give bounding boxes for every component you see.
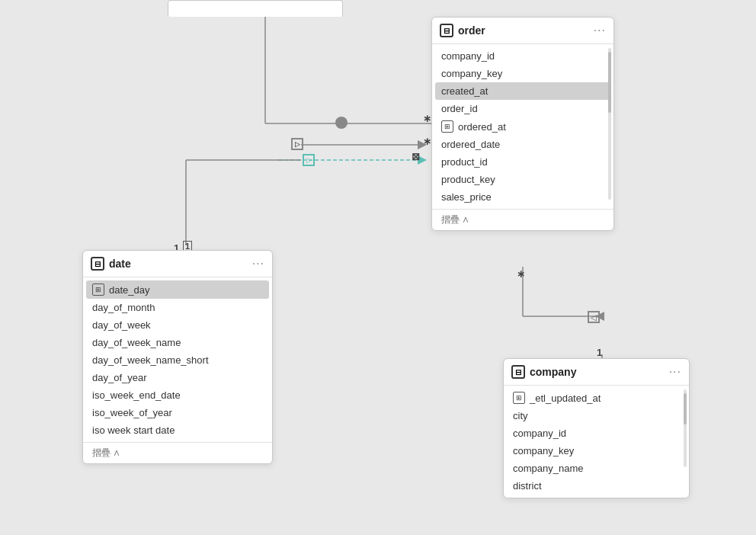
order-field-ordered-date[interactable]: ordered_date (432, 136, 613, 153)
company-field-etl-updated-at-label: _etl_updated_at (530, 392, 601, 404)
date-field-iso-week-end-date[interactable]: iso_week_end_date (83, 386, 272, 404)
date-field-iso-week-start-date-label: iso week start date (92, 424, 175, 436)
company-field-district[interactable]: district (504, 477, 689, 495)
date-field-day-of-week-label: day_of_week (92, 319, 151, 331)
order-field-product-key-label: product_key (441, 174, 495, 185)
table-date: ⊟ date ··· ⊞ date_day day_of_month day_o… (82, 250, 273, 464)
marker-one-company: 1 (597, 347, 602, 358)
date-collapse-label: 摺疊 ∧ (92, 447, 120, 460)
table-order: ⊟ order ··· company_id company_key creat… (431, 17, 614, 231)
date-field-iso-week-of-year[interactable]: iso_week_of_year (83, 404, 272, 421)
date-field-day-of-year-label: day_of_year (92, 372, 147, 383)
order-scrollbar-thumb (608, 52, 611, 113)
table-company: ⊟ company ··· ⊞ _etl_updated_at city com… (503, 358, 690, 498)
order-field-product-key[interactable]: product_key (432, 171, 613, 188)
date-field-iso-week-start-date[interactable]: iso week start date (83, 421, 272, 439)
order-collapse-button[interactable]: 摺疊 ∧ (432, 209, 613, 230)
date-field-day-of-week[interactable]: day_of_week (83, 316, 272, 334)
table-order-header: ⊟ order ··· (432, 18, 613, 44)
date-field-iso-week-of-year-label: iso_week_of_year (92, 407, 172, 418)
order-field-product-id-label: product_id (441, 156, 488, 168)
order-field-sales-price[interactable]: sales_price (432, 188, 613, 206)
date-field-day-of-week-name[interactable]: day_of_week_name (83, 334, 272, 351)
date-field-iso-week-end-date-label: iso_week_end_date (92, 389, 181, 401)
company-table-icon: ⊟ (511, 365, 525, 379)
company-field-city[interactable]: city (504, 407, 689, 424)
company-field-city-label: city (513, 410, 528, 421)
order-field-order-id[interactable]: order_id (432, 100, 613, 117)
date-table-menu[interactable]: ··· (252, 258, 264, 270)
order-field-sales-price-label: sales_price (441, 191, 492, 203)
connector-arrow-company: ◁ (588, 311, 600, 323)
date-field-day-of-week-name-label: day_of_week_name (92, 337, 181, 348)
date-table-title: date (109, 258, 248, 270)
etl-updated-at-icon: ⊞ (513, 392, 525, 404)
order-field-ordered-at-label: ordered_at (458, 121, 506, 133)
order-field-order-id-label: order_id (441, 103, 478, 114)
date-field-day-of-year[interactable]: day_of_year (83, 369, 272, 386)
date-field-day-of-week-name-short-label: day_of_week_name_short (92, 354, 209, 366)
order-table-menu[interactable]: ··· (594, 24, 606, 37)
company-field-company-key[interactable]: company_key (504, 442, 689, 460)
company-table-menu[interactable]: ··· (669, 366, 681, 378)
order-field-company-key-label: company_key (441, 68, 502, 79)
order-field-created-at-label: created_at (441, 85, 488, 97)
date-field-date-day-label: date_day (109, 284, 150, 296)
order-field-ordered-date-label: ordered_date (441, 139, 500, 150)
diagram-canvas: ▷ ▷ ∗ ∗ ⊠ 1 1 ∗ 1 ◁ ⊟ order ··· company_… (0, 0, 756, 535)
connector-node-2: ▷ (291, 138, 303, 150)
order-field-created-at[interactable]: created_at (435, 82, 610, 100)
company-table-title: company (530, 366, 665, 378)
date-field-day-of-month[interactable]: day_of_month (83, 299, 272, 316)
order-collapse-label: 摺疊 ∧ (441, 213, 469, 226)
ordered-at-icon: ⊞ (441, 120, 453, 133)
connector-node-1 (335, 117, 348, 129)
date-field-day-of-month-label: day_of_month (92, 302, 155, 313)
company-field-company-id[interactable]: company_id (504, 424, 689, 442)
company-field-company-key-label: company_key (513, 445, 574, 457)
company-field-company-name-label: company_name (513, 463, 584, 474)
order-field-company-id-label: company_id (441, 50, 495, 62)
company-field-etl-updated-at[interactable]: ⊞ _etl_updated_at (504, 389, 689, 407)
order-table-icon: ⊟ (440, 24, 453, 37)
marker-asterisk-company: ∗ (517, 268, 525, 280)
order-scrollbar[interactable] (608, 48, 611, 200)
order-field-company-key[interactable]: company_key (432, 65, 613, 82)
table-date-header: ⊟ date ··· (83, 251, 272, 277)
marker-asterisk-2: ∗ (423, 136, 431, 147)
date-table-fields: ⊞ date_day day_of_month day_of_week day_… (83, 277, 272, 442)
date-field-day-of-week-name-short[interactable]: day_of_week_name_short (83, 351, 272, 369)
order-field-ordered-at[interactable]: ⊞ ordered_at (432, 117, 613, 136)
company-scrollbar-thumb (684, 393, 687, 424)
marker-box-asterisk: ⊠ (412, 151, 420, 162)
order-table-fields: company_id company_key created_at order_… (432, 44, 613, 209)
table-company-header: ⊟ company ··· (504, 359, 689, 386)
partial-table-top (168, 0, 343, 17)
company-field-company-id-label: company_id (513, 428, 566, 439)
company-field-company-name[interactable]: company_name (504, 460, 689, 477)
date-field-date-day[interactable]: ⊞ date_day (86, 280, 269, 299)
order-field-product-id[interactable]: product_id (432, 153, 613, 171)
marker-asterisk-created-at: ∗ (423, 113, 431, 124)
company-field-district-label: district (513, 480, 542, 492)
order-field-company-id[interactable]: company_id (432, 47, 613, 65)
connector-node-3: ▷ (303, 154, 315, 166)
company-scrollbar[interactable] (684, 389, 687, 467)
company-table-fields: ⊞ _etl_updated_at city company_id compan… (504, 386, 689, 498)
order-table-title: order (458, 24, 589, 37)
date-table-icon: ⊟ (91, 257, 104, 271)
date-collapse-button[interactable]: 摺疊 ∧ (83, 442, 272, 463)
date-day-icon: ⊞ (92, 284, 104, 296)
